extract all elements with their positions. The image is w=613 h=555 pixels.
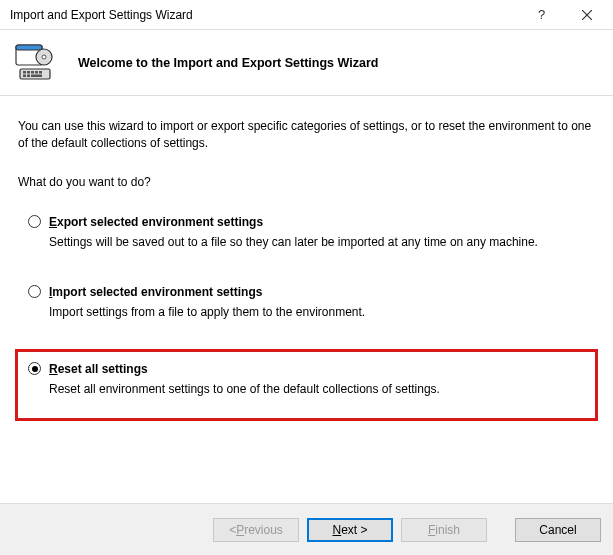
finish-button: Finish (401, 518, 487, 542)
close-icon (582, 10, 592, 20)
svg-rect-10 (35, 71, 38, 74)
intro-text: You can use this wizard to import or exp… (18, 118, 595, 153)
help-button[interactable]: ? (519, 0, 564, 29)
option-desc-2: Reset all environment settings to one of… (49, 382, 585, 396)
option-label-0: Export selected environment settings (49, 215, 263, 229)
wizard-footer: < Previous Next > Finish Cancel (0, 503, 613, 555)
svg-rect-9 (31, 71, 34, 74)
radio-2[interactable] (28, 362, 41, 375)
radio-1[interactable] (28, 285, 41, 298)
option-0: Export selected environment settingsSett… (18, 209, 595, 259)
close-button[interactable] (564, 0, 609, 29)
option-2: Reset all settingsReset all environment … (15, 349, 598, 421)
svg-rect-11 (39, 71, 42, 74)
cancel-button[interactable]: Cancel (515, 518, 601, 542)
svg-rect-13 (27, 74, 30, 77)
option-label-1: Import selected environment settings (49, 285, 262, 299)
radio-0[interactable] (28, 215, 41, 228)
svg-point-5 (42, 55, 46, 59)
titlebar: Import and Export Settings Wizard ? (0, 0, 613, 30)
previous-button: < Previous (213, 518, 299, 542)
svg-rect-3 (16, 45, 42, 50)
option-row-0[interactable]: Export selected environment settings (28, 215, 585, 229)
svg-rect-8 (27, 71, 30, 74)
option-1: Import selected environment settingsImpo… (18, 279, 595, 329)
option-desc-0: Settings will be saved out to a file so … (49, 235, 585, 249)
wizard-header: Welcome to the Import and Export Setting… (0, 30, 613, 96)
option-row-2[interactable]: Reset all settings (28, 362, 585, 376)
option-label-2: Reset all settings (49, 362, 148, 376)
wizard-title: Welcome to the Import and Export Setting… (78, 56, 378, 70)
option-row-1[interactable]: Import selected environment settings (28, 285, 585, 299)
wizard-content: You can use this wizard to import or exp… (0, 96, 613, 451)
svg-rect-6 (20, 69, 50, 79)
prompt-text: What do you want to do? (18, 175, 595, 189)
wizard-icon (14, 43, 60, 83)
option-desc-1: Import settings from a file to apply the… (49, 305, 585, 319)
svg-rect-12 (23, 74, 26, 77)
next-button[interactable]: Next > (307, 518, 393, 542)
window-title: Import and Export Settings Wizard (10, 8, 519, 22)
svg-rect-7 (23, 71, 26, 74)
svg-rect-14 (31, 74, 42, 77)
